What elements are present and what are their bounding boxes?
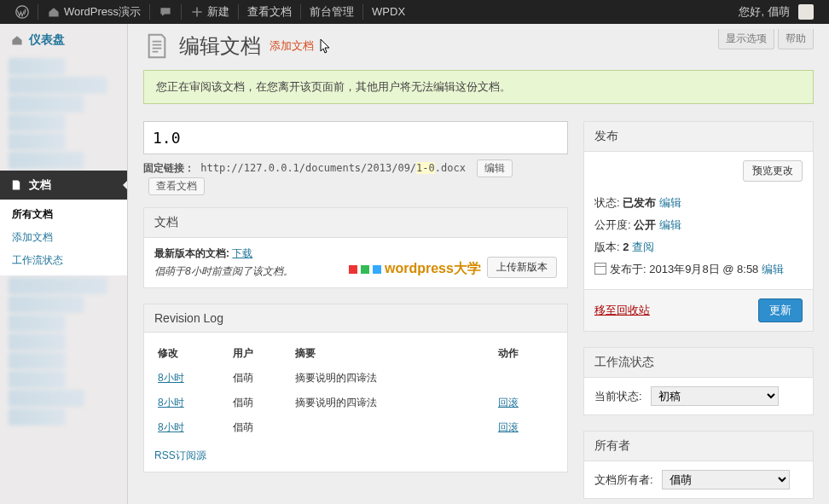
sidebar-item[interactable] — [9, 152, 84, 169]
revision-log-heading: Revision Log — [144, 304, 567, 333]
page-title: 编辑文档 — [179, 32, 261, 60]
permalink-row: 固定链接： http://127.0.0.1/documents/2013/09… — [143, 159, 568, 195]
sidebar-all-docs[interactable]: 所有文档 — [0, 203, 127, 226]
workflow-select[interactable]: 初稿 — [651, 386, 779, 406]
revision-user: 倡萌 — [229, 415, 292, 440]
watermark-text: wordpress大学 — [385, 260, 481, 278]
wordpress-icon — [15, 5, 29, 19]
upload-new-version-button[interactable]: 上传新版本 — [487, 257, 557, 278]
dashboard-label: 仪表盘 — [29, 32, 65, 48]
rollback-link[interactable]: 回滚 — [498, 397, 519, 408]
sidebar-dashboard[interactable]: 仪表盘 — [0, 24, 127, 56]
edit-slug-button[interactable]: 编辑 — [477, 159, 513, 177]
table-row: 8小时 倡萌 回滚 — [154, 415, 557, 440]
view-doc-button[interactable]: 查看文档 — [148, 177, 205, 195]
revision-table: 修改 用户 摘要 动作 8小时 倡萌 摘要说明的四谛法 — [154, 341, 557, 440]
site-name-label: WordPress演示 — [64, 0, 141, 24]
sidebar-item[interactable] — [9, 352, 66, 369]
sidebar-item[interactable] — [9, 408, 66, 426]
revision-action — [495, 366, 557, 391]
col-user: 用户 — [229, 341, 292, 366]
sidebar-item[interactable] — [9, 390, 84, 407]
col-actions: 动作 — [495, 341, 557, 366]
pubdate-label: 发布于: — [610, 263, 646, 275]
status-label: 状态: — [594, 196, 620, 209]
lock-notice: 您正在审阅该文档，在您离开该页面前，其他用户将无法编辑这份文档。 — [143, 70, 814, 104]
sidebar-item[interactable] — [9, 296, 84, 313]
revision-summary: 摘要说明的四谛法 — [292, 366, 494, 391]
owner-select[interactable]: 倡萌 — [662, 470, 790, 490]
add-new-doc-link[interactable]: 添加文档 — [270, 38, 314, 54]
visibility-value: 公开 — [634, 218, 656, 231]
avatar-icon — [798, 4, 814, 20]
sidebar-item[interactable] — [9, 333, 66, 350]
revision-summary: 摘要说明的四谛法 — [292, 391, 494, 415]
site-name[interactable]: WordPress演示 — [38, 0, 149, 24]
revision-time-link[interactable]: 8小时 — [158, 421, 184, 433]
workflow-box: 工作流状态 当前状态: 初稿 — [583, 347, 814, 415]
admin-bar: WordPress演示 新建 查看文档 前台管理 WPDX 您好, 倡萌 — [0, 0, 829, 24]
revision-user: 倡萌 — [229, 391, 292, 415]
version-label: 版本: — [594, 240, 620, 253]
col-summary: 摘要 — [292, 341, 494, 366]
edit-visibility-link[interactable]: 编辑 — [659, 218, 681, 231]
docs-group-label: 文档 — [29, 177, 51, 193]
username: 倡萌 — [768, 0, 790, 24]
pubdate-value: 2013年9月8日 @ 8:58 — [649, 263, 758, 275]
comment-icon — [159, 5, 172, 19]
watermark: wordpress大学 — [349, 260, 481, 278]
frontend-nav[interactable]: 前台管理 — [301, 0, 362, 24]
logo-icon — [373, 265, 381, 274]
workflow-label: 当前状态: — [594, 389, 642, 404]
rollback-link[interactable]: 回滚 — [498, 421, 519, 433]
sidebar-item[interactable] — [9, 77, 107, 94]
sidebar-item[interactable] — [9, 315, 66, 332]
permalink-slug[interactable]: 1-0 — [416, 162, 435, 174]
comments[interactable] — [150, 5, 181, 19]
doc-title-input[interactable] — [143, 121, 568, 154]
owner-label: 文档所有者: — [594, 472, 653, 488]
home-icon — [47, 5, 61, 19]
edit-status-link[interactable]: 编辑 — [659, 196, 681, 209]
visibility-label: 公开度: — [594, 218, 631, 231]
document-icon — [10, 179, 22, 191]
permalink-ext: .docx — [435, 162, 466, 174]
revision-log-box: Revision Log 修改 用户 摘要 动作 8小时 倡萌 — [143, 304, 568, 472]
latest-version-label: 最新版本的文档: — [154, 247, 229, 259]
revision-time-link[interactable]: 8小时 — [158, 372, 184, 384]
permalink-label: 固定链接： — [143, 162, 194, 174]
wp-logo[interactable] — [7, 5, 38, 19]
sidebar-item[interactable] — [9, 371, 66, 388]
permalink-base: http://127.0.0.1/documents/2013/09/ — [200, 162, 416, 174]
edit-date-link[interactable]: 编辑 — [762, 263, 784, 275]
update-button[interactable]: 更新 — [758, 298, 803, 322]
preview-button[interactable]: 预览更改 — [743, 160, 803, 182]
sidebar-add-doc[interactable]: 添加文档 — [0, 226, 127, 249]
download-link[interactable]: 下载 — [232, 247, 252, 259]
view-versions-link[interactable]: 查阅 — [632, 240, 654, 253]
publish-box: 发布 预览更改 状态: 已发布 编辑 公开度: 公开 编辑 版本: 2 查阅 发… — [583, 121, 814, 332]
new-content[interactable]: 新建 — [182, 0, 238, 24]
sidebar-item[interactable] — [9, 96, 84, 113]
sidebar-item[interactable] — [9, 114, 66, 131]
plus-icon — [190, 5, 204, 19]
revision-time-link[interactable]: 8小时 — [158, 397, 184, 408]
sidebar-workflow[interactable]: 工作流状态 — [0, 249, 127, 272]
rss-feed-link[interactable]: RSS订阅源 — [154, 449, 206, 461]
table-row: 8小时 倡萌 摘要说明的四谛法 回滚 — [154, 391, 557, 415]
trash-link[interactable]: 移至回收站 — [594, 303, 650, 318]
revision-user: 倡萌 — [229, 366, 292, 391]
owner-box: 所有者 文档所有者: 倡萌 — [583, 431, 814, 499]
sidebar-item[interactable] — [9, 277, 107, 294]
view-doc-nav[interactable]: 查看文档 — [239, 0, 300, 24]
sidebar-docs-group[interactable]: 文档 — [0, 171, 127, 200]
sidebar-item[interactable] — [9, 133, 66, 150]
greeting-text: 您好, — [739, 0, 764, 24]
cursor-icon — [319, 38, 333, 55]
wpdx-nav[interactable]: WPDX — [363, 0, 414, 24]
col-mod: 修改 — [154, 341, 229, 366]
publish-heading: 发布 — [584, 122, 813, 152]
calendar-icon — [594, 263, 606, 275]
sidebar-item[interactable] — [9, 58, 66, 75]
user-greeting[interactable]: 您好, 倡萌 — [730, 0, 822, 24]
